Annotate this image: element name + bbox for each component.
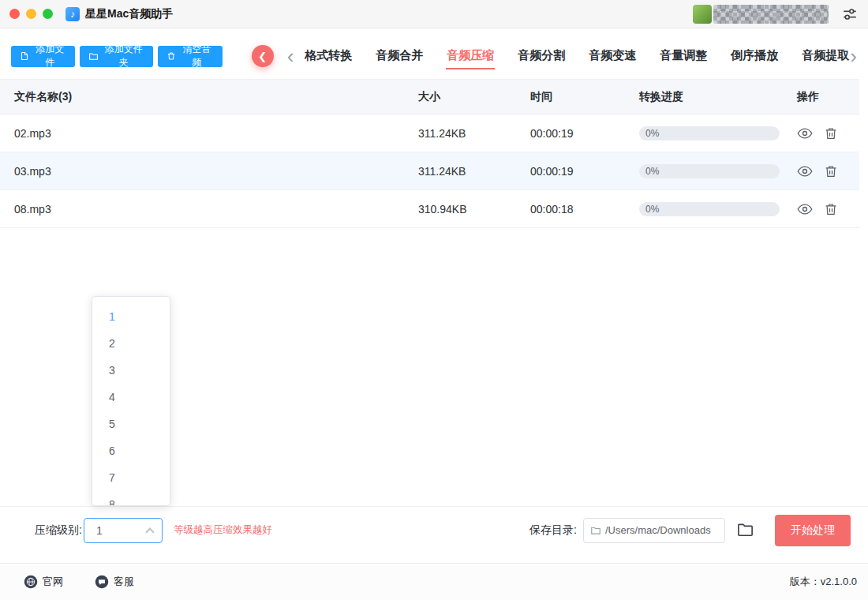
header-actions: 操作 — [797, 90, 859, 104]
customer-service-label: 客服 — [114, 575, 134, 589]
bottom-control-bar: 压缩级别: 1 等级越高压缩效果越好 保存目录: /Users/mac/Down… — [0, 506, 868, 553]
save-path-value: /Users/mac/Downloads — [605, 524, 721, 536]
maximize-button[interactable] — [43, 9, 53, 19]
tab-reverse-play[interactable]: 倒序播放 — [730, 43, 779, 69]
clear-audio-label: 清空音频 — [180, 43, 213, 69]
cell-size: 311.24KB — [418, 127, 530, 140]
cell-time: 00:00:18 — [530, 203, 639, 216]
app-title: 星星Mac音频助手 — [85, 7, 173, 21]
table-row[interactable]: 02.mp3 311.24KB 00:00:19 0% — [0, 114, 859, 152]
small-folder-icon — [590, 525, 601, 536]
dropdown-option[interactable]: 2 — [92, 330, 170, 357]
customer-service-link[interactable]: 客服 — [95, 575, 134, 589]
tab-format-convert[interactable]: 格式转换 — [304, 43, 353, 69]
dropdown-option[interactable]: 4 — [92, 384, 170, 411]
table-row[interactable]: 08.mp3 310.94KB 00:00:18 0% — [0, 190, 859, 228]
toolbar: 添加文件 添加文件夹 清空音频 ❮ ‹ 格式转换 音频合并 音频压缩 音频分割 … — [0, 39, 868, 73]
tab-audio-merge[interactable]: 音频合并 — [375, 43, 424, 69]
preview-eye-icon[interactable] — [797, 163, 813, 179]
dropdown-option[interactable]: 6 — [92, 437, 170, 464]
add-folder-label: 添加文件夹 — [103, 43, 144, 69]
tab-audio-speed[interactable]: 音频变速 — [588, 43, 637, 69]
add-file-label: 添加文件 — [33, 43, 66, 69]
save-directory-label: 保存目录: — [529, 523, 577, 538]
titlebar: ♪ 星星Mac音频助手 — [0, 0, 868, 28]
dropdown-option[interactable]: 8 — [92, 491, 170, 506]
header-progress: 转换进度 — [639, 90, 797, 104]
clear-audio-button[interactable]: 清空音频 — [158, 46, 222, 67]
cell-file-name: 08.mp3 — [14, 203, 418, 216]
close-button[interactable] — [9, 9, 20, 19]
dropdown-option[interactable]: 7 — [92, 464, 170, 491]
app-logo-icon: ♪ — [65, 7, 80, 21]
chevron-up-icon — [145, 527, 154, 536]
tab-audio-compress[interactable]: 音频压缩 — [446, 43, 495, 69]
header-file-name: 文件名称(3) — [14, 90, 418, 104]
cell-size: 310.94KB — [418, 203, 530, 216]
globe-icon — [24, 575, 38, 589]
tabs-scroll-left-icon[interactable]: ‹ — [287, 46, 294, 66]
avatar — [693, 5, 712, 24]
delete-trash-icon[interactable] — [824, 202, 838, 216]
cell-time: 00:00:19 — [530, 165, 639, 178]
compression-level-select[interactable]: 1 — [84, 518, 163, 543]
dropdown-option[interactable]: 3 — [92, 357, 170, 384]
cell-file-name: 02.mp3 — [14, 127, 418, 140]
cell-size: 311.24KB — [418, 165, 530, 178]
traffic-lights — [9, 9, 53, 19]
function-tabs: 格式转换 音频合并 音频压缩 音频分割 音频变速 音量调整 倒序播放 音频提取 — [304, 43, 850, 69]
trash-icon — [166, 51, 176, 61]
version-text: 版本：v2.1.0.0 — [790, 575, 857, 589]
table-row[interactable]: 03.mp3 311.24KB 00:00:19 0% — [0, 152, 859, 190]
preview-eye-icon[interactable] — [797, 201, 813, 217]
folder-icon — [88, 51, 99, 62]
cell-time: 00:00:19 — [530, 127, 639, 140]
delete-trash-icon[interactable] — [824, 164, 838, 178]
progress-bar: 0% — [639, 202, 780, 216]
dropdown-option[interactable]: 1 — [92, 303, 170, 330]
tab-audio-extract[interactable]: 音频提取 — [801, 43, 850, 69]
progress-bar: 0% — [639, 164, 780, 178]
tab-audio-split[interactable]: 音频分割 — [517, 43, 566, 69]
footer: 官网 客服 版本：v2.1.0.0 — [0, 563, 868, 600]
dropdown-option[interactable]: 5 — [92, 411, 170, 437]
chat-bubble-icon — [95, 575, 109, 589]
start-processing-button[interactable]: 开始处理 — [775, 515, 851, 546]
collapse-back-button[interactable]: ❮ — [252, 45, 274, 67]
preview-eye-icon[interactable] — [797, 126, 813, 141]
file-icon — [20, 51, 29, 61]
tab-volume-adjust[interactable]: 音量调整 — [659, 43, 708, 69]
selected-level-value: 1 — [96, 524, 103, 537]
browse-folder-icon[interactable] — [736, 521, 754, 539]
compression-level-dropdown: 1 2 3 4 5 6 7 8 — [92, 296, 170, 506]
table-header-row: 文件名称(3) 大小 时间 转换进度 操作 — [0, 79, 859, 114]
cell-file-name: 03.mp3 — [14, 165, 418, 178]
app-identity: ♪ 星星Mac音频助手 — [65, 7, 173, 21]
header-size: 大小 — [418, 90, 530, 104]
add-file-button[interactable]: 添加文件 — [11, 46, 75, 67]
tabs-scroll-right-icon[interactable]: › — [850, 46, 857, 66]
minimize-button[interactable] — [26, 9, 36, 19]
user-name-mosaic — [713, 5, 829, 24]
compression-hint-text: 等级越高压缩效果越好 — [174, 523, 272, 537]
user-account-blurred[interactable] — [693, 4, 829, 24]
official-site-label: 官网 — [43, 575, 63, 589]
official-site-link[interactable]: 官网 — [24, 575, 63, 589]
save-path-input[interactable]: /Users/mac/Downloads — [583, 518, 725, 543]
progress-bar: 0% — [639, 126, 780, 141]
delete-trash-icon[interactable] — [824, 126, 838, 141]
settings-sliders-icon[interactable] — [841, 6, 859, 23]
add-folder-button[interactable]: 添加文件夹 — [80, 46, 153, 67]
compression-level-label: 压缩级别: — [35, 523, 82, 538]
header-time: 时间 — [530, 90, 639, 104]
file-table: 文件名称(3) 大小 时间 转换进度 操作 02.mp3 311.24KB 00… — [0, 79, 859, 228]
